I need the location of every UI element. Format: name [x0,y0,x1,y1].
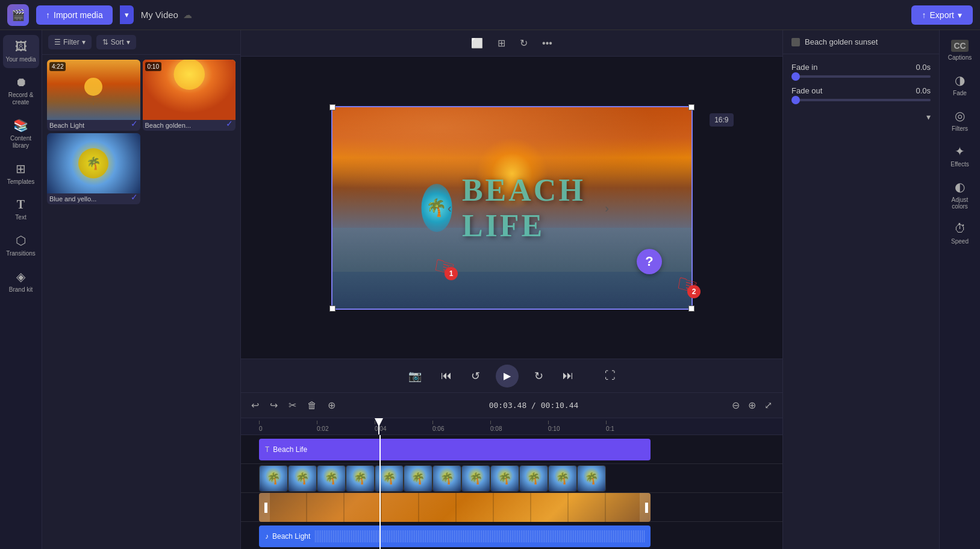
corner-handle-bl[interactable] [329,306,336,312]
cut-button[interactable]: ✂ [286,397,299,414]
skip-back-button[interactable]: ⏮ [437,366,455,386]
fade-in-label-row: Fade in 0.0s [791,63,931,72]
zoom-in-button[interactable]: ⊕ [745,397,759,414]
sidebar-item-label-your-media: Your media [5,56,36,63]
adjust-colors-icon: ◐ [955,180,965,194]
track-icon-11: 🌴 [548,465,577,492]
fade-out-slider[interactable] [791,99,931,101]
timeline-time-display: 00:03.48 / 00:10.44 [343,401,724,410]
skip-forward-button[interactable]: ⏭ [559,366,577,386]
filters-icon: ◎ [955,108,965,123]
track-audio: ♪ Beach Light [241,522,782,549]
track-text-icon: T [265,445,269,454]
track-video-content[interactable]: ▐ ▐ [259,493,651,522]
app-logo: 🎬 [7,4,29,26]
sidebar-item-brand-kit[interactable]: ◈ Brand kit [3,265,39,298]
sidebar-item-content-library[interactable]: 📚 Contentlibrary [3,113,39,154]
filters-label: Filters [952,125,968,132]
fade-out-label-row: Fade out 0.0s [791,86,931,95]
fit-timeline-button[interactable]: ⤢ [761,397,775,414]
redo-button[interactable]: ↪ [267,397,281,414]
sidebar-item-record-create[interactable]: ⏺ Record &create [3,71,39,111]
sidebar-item-label-content-library: Contentlibrary [10,135,31,149]
ruler-mark-012: 0:1 [606,421,664,432]
filter-chevron-icon: ▾ [82,38,86,46]
sidebar-item-label-templates: Templates [7,178,35,186]
expand-panel-button[interactable]: ▾ [926,112,931,122]
track-icon-12: 🌴 [577,465,606,492]
import-media-dropdown-button[interactable]: ▾ [120,5,134,24]
sidebar-item-your-media[interactable]: 🖼 Your media [3,35,39,68]
export-button[interactable]: ↑ Export ▾ [911,5,973,25]
play-pause-button[interactable]: ▶ [496,365,519,387]
right-icon-captions[interactable]: CC Captions [943,35,978,66]
svg-point-4 [173,60,205,90]
right-icon-speed[interactable]: ⏱ Speed [943,217,978,249]
sort-button[interactable]: ⇅ Sort ▾ [96,35,136,49]
timeline-prev-button[interactable]: ‹ [443,196,457,219]
right-icon-effects[interactable]: ✦ Effects [943,139,978,172]
track-video-handle-left[interactable]: ▐ [259,493,270,522]
sidebar-item-text[interactable]: T Text [3,193,39,226]
track-icons-container[interactable]: 🌴 🌴 🌴 🌴 🌴 🌴 🌴 🌴 🌴 🌴 🌴 🌴 [259,464,651,493]
cloud-sync-icon: ☁ [183,10,192,20]
brand-kit-icon: ◈ [16,269,25,284]
media-panel: ☰ Filter ▾ ⇅ Sort ▾ 4:22 [42,30,241,549]
undo-button[interactable]: ↩ [248,397,262,414]
project-title-area: My Video ☁ [141,10,904,20]
right-icon-filters[interactable]: ◎ Filters [943,104,978,137]
thumb-check-blue-yellow: ✓ [131,192,138,202]
sidebar-item-transitions[interactable]: ⬡ Transitions [3,228,39,262]
track-text: T Beach Life [241,435,782,464]
sidebar-item-label-transitions: Transitions [6,250,36,257]
media-item-blue-yellow[interactable]: 🌴 ✓ Blue and yello... [47,133,140,204]
forward-5s-button[interactable]: ↻ [531,366,547,386]
right-icons-panel: CC Captions ◑ Fade ◎ Filters ✦ Effects ◐… [939,30,980,549]
export-label: Export [930,10,954,20]
track-video-handle-right[interactable]: ▐ [640,493,651,522]
resize-tool-button[interactable]: ⊞ [494,34,509,52]
preview-container: ‹ 🌴 BEACH LIFE 16: [241,57,782,359]
crop-tool-button[interactable]: ⬜ [467,34,487,52]
track-audio-content[interactable]: ♪ Beach Light [259,525,651,547]
delete-button[interactable]: 🗑 [304,397,320,414]
rotate-tool-button[interactable]: ↻ [516,34,531,52]
sidebar-item-templates[interactable]: ⊞ Templates [3,157,39,190]
track-icon-3: 🌴 [317,465,346,492]
help-button[interactable]: ? [637,249,662,274]
track-icon-7: 🌴 [432,465,461,492]
right-panel-title: Beach golden sunset [805,37,878,46]
corner-handle-tr[interactable] [688,104,694,110]
ruler-mark-004: 0:04 [375,421,432,432]
zoom-out-button[interactable]: ⊖ [729,397,743,414]
corner-handle-tl[interactable] [329,104,336,110]
mute-button[interactable]: 📷 [405,366,425,386]
right-icon-fade[interactable]: ◑ Fade [943,68,978,101]
more-tool-button[interactable]: ••• [538,34,556,52]
media-item-beach-golden[interactable]: 0:10 ✓ Beach golden... [143,60,236,131]
timeline-next-button[interactable]: › [600,196,614,219]
rewind-5s-button[interactable]: ↺ [467,366,484,386]
sidenav: 🖼 Your media ⏺ Record &create 📚 Contentl… [0,30,42,549]
adjust-colors-label: Adjustcolors [952,196,969,210]
fullscreen-button[interactable]: ⛶ [601,366,619,386]
timeline-tracks: T Beach Life 🌴 🌴 🌴 🌴 🌴 🌴 🌴 🌴 [241,435,782,549]
sidebar-item-label-text: Text [15,214,26,221]
filter-icon: ☰ [54,38,61,46]
aspect-ratio-badge: 16:9 [710,113,733,127]
track-icon-8: 🌴 [461,465,490,492]
fade-in-slider[interactable] [791,75,931,78]
video-frame: 🌴 BEACH LIFE 16:9 [331,106,693,310]
ruler-mark-008: 0:08 [490,421,548,432]
filter-button[interactable]: ☰ Filter ▾ [48,35,92,49]
speed-icon: ⏱ [954,222,966,236]
duplicate-button[interactable]: ⊕ [325,397,339,414]
video-background: 🌴 BEACH LIFE [332,107,691,309]
media-item-beach-light[interactable]: 4:22 ✓ Beach Light [47,60,140,131]
clip-icon [791,38,800,46]
track-text-content[interactable]: T Beach Life [259,439,651,460]
corner-handle-br[interactable] [688,306,694,312]
track-video-icons: 🌴 🌴 🌴 🌴 🌴 🌴 🌴 🌴 🌴 🌴 🌴 🌴 [241,464,782,493]
right-icon-adjust-colors[interactable]: ◐ Adjustcolors [943,175,978,215]
import-media-button[interactable]: ↑ Import media [36,5,113,25]
